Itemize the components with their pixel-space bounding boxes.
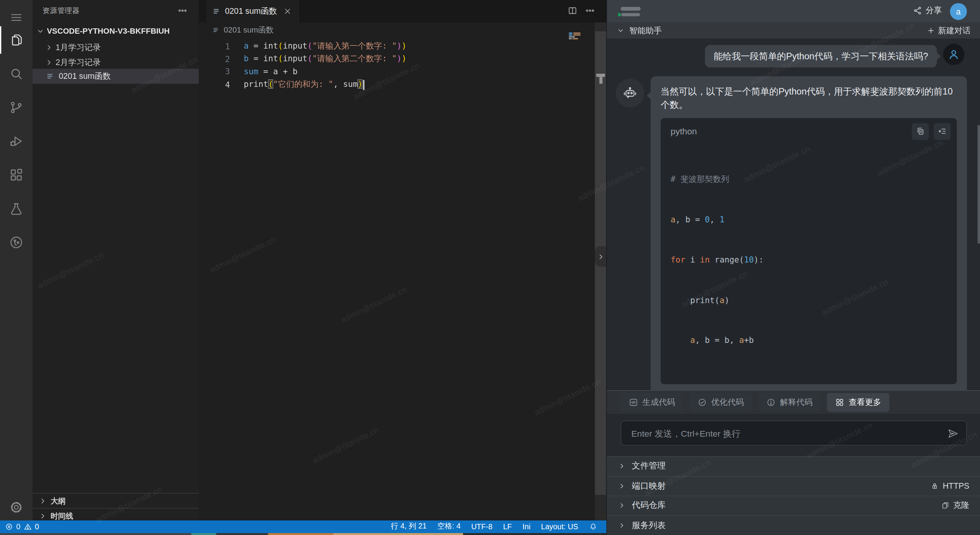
share-icon: [913, 6, 922, 15]
copy-code-button[interactable]: [912, 123, 929, 140]
status-bar: 0 0 行 4, 列 21 空格: 4 UTF-8 LF Ini Layout:…: [0, 520, 606, 533]
problems-status[interactable]: 0 0: [5, 522, 39, 531]
remote-run-icon[interactable]: [0, 229, 33, 256]
tab-bar: 0201 sum函数: [199, 0, 606, 23]
code-line: print(a): [671, 294, 947, 307]
bubble-tail: [647, 91, 656, 100]
chevron-down-icon: [36, 27, 44, 35]
explain-code-button[interactable]: 解释代码: [758, 393, 820, 412]
send-icon[interactable]: [947, 428, 959, 439]
line-number: 1: [199, 42, 230, 51]
chevron-down-icon[interactable]: [617, 27, 624, 34]
copy-icon: [916, 127, 925, 136]
encoding[interactable]: UTF-8: [471, 522, 493, 531]
bell-icon[interactable]: [589, 522, 598, 531]
timeline-label: 时间线: [51, 511, 73, 522]
explorer-sidebar: 资源管理器 VSCODE-PYTHON-V3-BKFFBIUH 1月学习记录 2…: [33, 0, 199, 520]
assistant-title: 智能助手: [629, 25, 662, 36]
activity-bar: [0, 0, 33, 520]
https-badge[interactable]: HTTPS: [931, 481, 970, 491]
assistant-header: 智能助手 新建对话: [607, 23, 980, 39]
eol-sequence[interactable]: LF: [503, 522, 512, 531]
user-chat-avatar: [943, 44, 965, 65]
code-line: for i in range(10):: [671, 253, 947, 266]
file-item-sum[interactable]: 0201 sum函数: [33, 69, 199, 84]
cursor-position[interactable]: 行 4, 列 21: [391, 521, 427, 532]
explorer-more-icon[interactable]: [178, 6, 188, 16]
split-editor-icon[interactable]: [567, 6, 577, 16]
panel-expand-chevron[interactable]: [595, 246, 606, 267]
section-file-management[interactable]: 文件管理: [607, 456, 980, 476]
section-service-list[interactable]: 服务列表: [607, 515, 980, 535]
minimap[interactable]: [569, 33, 586, 41]
code-block: python # 斐波那契数列 a, b = 0, 1 for i in ran…: [661, 118, 957, 384]
tab-label: 0201 sum函数: [225, 6, 277, 17]
insert-code-button[interactable]: [934, 123, 951, 140]
code-block-body: # 斐波那契数列 a, b = 0, 1 for i in range(10):…: [661, 144, 957, 384]
new-chat-label: 新建对话: [938, 25, 971, 36]
code-line: a, b = b, a+b: [671, 334, 947, 347]
code-line: print("它们的和为: ", sum): [244, 79, 365, 90]
section-port-mapping[interactable]: 端口映射 HTTPS: [607, 476, 980, 495]
code-line: b = int(input("请输入第二个数字: ")): [244, 53, 407, 64]
chat-input[interactable]: [630, 421, 939, 446]
line-number: 4: [199, 80, 230, 89]
chat-input-box: [621, 421, 967, 445]
lock-icon: [931, 482, 939, 490]
person-icon: [947, 48, 960, 61]
generate-code-button[interactable]: 生成代码: [621, 393, 683, 412]
indentation[interactable]: 空格: 4: [437, 521, 461, 532]
check-circle-icon: [697, 398, 707, 407]
plus-icon: [927, 26, 935, 34]
folder-label: 1月学习记录: [56, 42, 101, 53]
insert-icon: [938, 127, 947, 136]
file-icon: [46, 72, 55, 81]
chat-input-area: [607, 414, 980, 456]
new-chat-button[interactable]: 新建对话: [927, 23, 970, 39]
more-actions-icon[interactable]: [585, 6, 595, 16]
outline-section[interactable]: 大纲: [33, 493, 199, 509]
user-message-text: 能给我一段简单的Python代码，学习一下相关语法吗?: [714, 51, 928, 61]
explorer-root-folder[interactable]: VSCODE-PYTHON-V3-BKFFBIUH: [33, 24, 199, 39]
alert-circle-icon: [766, 398, 776, 407]
language-mode[interactable]: Ini: [523, 522, 531, 531]
outline-label: 大纲: [51, 496, 65, 507]
file-icon: [212, 26, 220, 34]
keyboard-layout[interactable]: Layout: US: [541, 522, 578, 531]
assistant-message-bubble: 当然可以，以下是一个简单的Python代码，用于求解斐波那契数列的前10个数。 …: [651, 76, 967, 390]
optimize-code-button[interactable]: 优化代码: [689, 393, 752, 412]
errors-icon: [5, 522, 13, 530]
breadcrumb[interactable]: 0201 sum函数: [199, 23, 606, 38]
scroll-marker: [596, 74, 605, 77]
code-line: a, b = 0, 1: [671, 213, 947, 226]
chevron-right-icon: [39, 512, 47, 520]
view-more-button[interactable]: 查看更多: [827, 393, 889, 412]
line-number: 3: [199, 67, 230, 76]
code-language-label: python: [671, 124, 697, 138]
robot-icon: [622, 86, 637, 101]
assistant-panel: 分享 a 智能助手 新建对话 能给我一段简单的Python代码，学习一下相关语法…: [606, 0, 980, 535]
clone-button[interactable]: 克隆: [941, 500, 969, 511]
tab-sum-file[interactable]: 0201 sum函数: [206, 0, 299, 23]
app-window: 资源管理器 VSCODE-PYTHON-V3-BKFFBIUH 1月学习记录 2…: [0, 0, 980, 535]
grid-icon: [835, 398, 844, 407]
warnings-icon: [24, 522, 32, 530]
editor-group: 0201 sum函数 0201 sum函数 1a = int(input("请输…: [199, 0, 606, 520]
user-avatar[interactable]: a: [950, 3, 967, 20]
root-folder-label: VSCODE-PYTHON-V3-BKFFBIUH: [47, 27, 170, 36]
panel-top-bar: 分享 a: [607, 0, 980, 23]
bubble-tail: [932, 52, 941, 60]
panel-scrollbar-thumb[interactable]: [977, 125, 980, 244]
code-block-header: python: [661, 118, 957, 145]
close-icon[interactable]: [283, 7, 292, 16]
errors-count: 0: [16, 522, 20, 531]
section-code-repo[interactable]: 代码仓库 克隆: [607, 496, 980, 515]
code-line: sum = a + b: [244, 67, 298, 76]
folder-label: 2月学习记录: [56, 57, 101, 68]
folder-item-jan[interactable]: 1月学习记录: [33, 40, 199, 55]
folder-item-feb[interactable]: 2月学习记录: [33, 55, 199, 70]
taskbar-sliver: [0, 533, 606, 535]
chevron-right-icon: [618, 522, 626, 529]
assistant-intro-text: 当然可以，以下是一个简单的Python代码，用于求解斐波那契数列的前10个数。: [661, 84, 957, 112]
assistant-avatar: [616, 79, 644, 108]
